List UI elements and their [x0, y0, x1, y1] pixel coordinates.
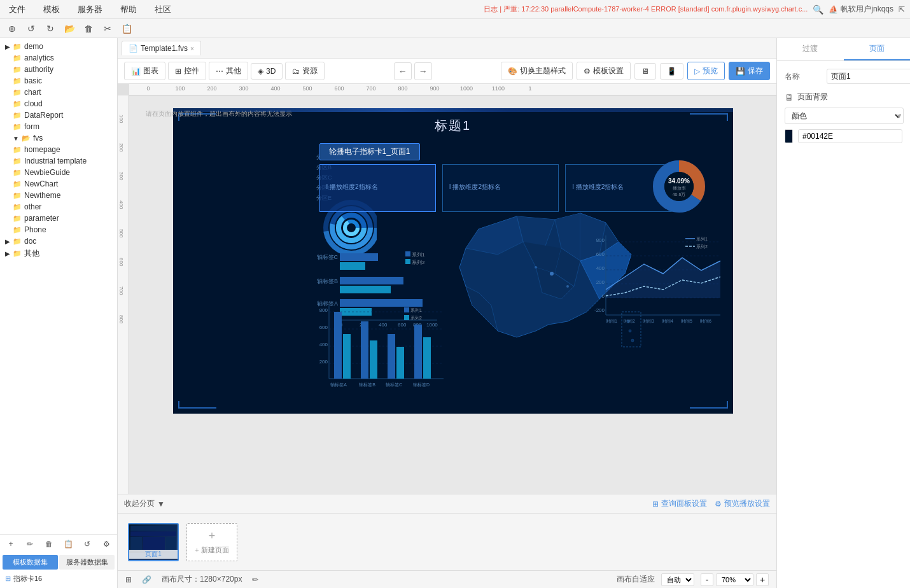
redo-btn[interactable]: → [414, 62, 432, 80]
threed-tool-btn[interactable]: ◈ 3D [251, 63, 283, 80]
tree-item-chart[interactable]: 📁 chart [0, 87, 117, 98]
tree-item-other-root[interactable]: ▶ 📁 其他 [0, 247, 117, 260]
folder-icon: 📁 [13, 111, 22, 120]
tree-item-industrial[interactable]: 📁 Industrial template [0, 155, 117, 167]
folder-icon: 📁 [13, 192, 22, 200]
tab-transition[interactable]: 过渡 [777, 38, 844, 60]
svg-point-41 [550, 272, 554, 276]
tree-item-newtheme[interactable]: 📁 Newtheme [0, 190, 117, 201]
edit-canvas-btn[interactable]: ✏ [252, 575, 258, 584]
bg-type-select[interactable]: 颜色 图片 无 [785, 108, 904, 124]
name-input[interactable] [827, 69, 910, 84]
preview-settings-link[interactable]: ⚙ 预览播放设置 [715, 498, 770, 509]
cut-btn[interactable]: ✂ [99, 22, 116, 36]
refresh-btn[interactable]: ↺ [23, 22, 39, 36]
tree-item-form[interactable]: 📁 form [0, 121, 117, 132]
save-btn[interactable]: 💾 保存 [729, 62, 770, 80]
undo-top-btn[interactable]: ↻ [42, 22, 59, 36]
control-tool-btn[interactable]: ⊞ 控件 [168, 62, 206, 80]
tree-item-datareport[interactable]: 📁 DataReport [0, 109, 117, 121]
tree-item-authority[interactable]: 📁 authority [0, 64, 117, 75]
settings-dataset-btn[interactable]: ⚙ [98, 537, 115, 551]
delete-btn[interactable]: 🗑 [80, 22, 97, 36]
menu-help[interactable]: 帮助 [116, 1, 141, 18]
tab-card[interactable]: 轮播电子指标卡1_页面1 [319, 143, 420, 160]
copy-dataset-btn[interactable]: 📋 [60, 537, 76, 551]
tab-server-dataset[interactable]: 服务器数据集 [59, 555, 115, 570]
tree-item-doc[interactable]: ▶ 📁 doc [0, 235, 117, 247]
svg-rect-25 [340, 277, 403, 284]
chevron-down-icon: ▼ [13, 135, 19, 142]
zoom-in-btn[interactable]: + [756, 573, 769, 586]
tree-item-cloud[interactable]: 📁 cloud [0, 98, 117, 109]
tree-item-other[interactable]: 📁 other [0, 201, 117, 213]
svg-rect-24 [340, 253, 378, 261]
expand-icon[interactable]: ⇱ [899, 5, 905, 14]
line-chart[interactable]: 800 600 400 200 0 -200 [587, 232, 727, 334]
zoom-select[interactable]: 70% 50% 100% [716, 573, 753, 586]
chart-tool-btn[interactable]: 📊 图表 [124, 62, 165, 80]
chevron-right-icon: ▶ [5, 43, 10, 50]
theme-switch-btn[interactable]: 🎨 切换主题样式 [501, 62, 573, 80]
add-page-btn[interactable]: + + 新建页面 [186, 523, 237, 561]
query-settings-link[interactable]: ⊞ 查询面板设置 [652, 498, 707, 509]
tree-item-homepage[interactable]: 📁 homepage [0, 144, 117, 155]
ruler-vertical: 100 200 300 400 500 600 700 800 [118, 95, 129, 494]
tree-item-label: Phone [24, 225, 46, 234]
bg-color-swatch[interactable] [785, 129, 793, 143]
layers-icon[interactable]: ⊞ [125, 575, 132, 584]
metric-card-0[interactable]: I 播放维度2指标名 [319, 164, 436, 212]
corner-deco-bl [178, 401, 216, 409]
undo-btn[interactable]: ← [394, 62, 412, 80]
sidebar-action-bar: + ✏ 🗑 📋 ↺ ⚙ [3, 537, 115, 551]
file-icon: 📄 [129, 44, 138, 53]
tree-item-fvs[interactable]: ▼ 📂 fvs [0, 132, 117, 144]
svg-text:34.09%: 34.09% [668, 178, 690, 185]
desktop-device-btn[interactable]: 🖥 [634, 63, 656, 80]
menu-template[interactable]: 模板 [39, 1, 64, 18]
bg-color-input[interactable] [798, 129, 902, 143]
menu-left: 文件 模板 服务器 帮助 社区 [5, 1, 175, 18]
tree-item-demo[interactable]: ▶ 📁 demo [0, 41, 117, 52]
link-icon[interactable]: 🔗 [142, 575, 151, 584]
tree-item-parameter[interactable]: 📁 parameter [0, 213, 117, 224]
zoom-out-btn[interactable]: - [701, 573, 713, 586]
tab-page[interactable]: 页面 [844, 38, 911, 60]
query-settings-label: 查询面板设置 [661, 498, 707, 509]
menu-server[interactable]: 服务器 [74, 1, 106, 18]
canvas-wrapper[interactable]: 0 100 200 300 400 500 600 700 800 900 10… [118, 84, 776, 494]
resource-tool-btn[interactable]: 🗂 资源 [285, 62, 325, 80]
menu-file[interactable]: 文件 [5, 1, 29, 18]
file-tab-template1[interactable]: 📄 Template1.fvs × [122, 41, 201, 55]
corner-deco-tl [178, 113, 216, 121]
dashboard-canvas[interactable]: 标题1 分区A 分区B 分区C 分区D 分区E [173, 108, 733, 414]
other-tool-btn[interactable]: ⋯ 其他 [209, 62, 248, 80]
mobile-device-btn[interactable]: 📱 [660, 63, 683, 80]
new-btn[interactable]: ⊕ [4, 22, 20, 36]
tree-item-basic[interactable]: 📁 basic [0, 75, 117, 87]
plus-icon: + [209, 529, 216, 543]
fit-select[interactable]: 自动 固定 全屏 [661, 573, 694, 586]
search-icon[interactable]: 🔍 [813, 4, 823, 15]
add-dataset-btn[interactable]: + [3, 537, 19, 551]
menu-community[interactable]: 社区 [151, 1, 175, 18]
dataset-item-indicator[interactable]: ⊞ 指标卡16 [3, 572, 115, 585]
edit-dataset-btn[interactable]: ✏ [22, 537, 38, 551]
tree-item-newbieguide[interactable]: 📁 NewbieGuide [0, 167, 117, 178]
collapse-pages-btn[interactable]: 收起分页 ▼ [124, 498, 165, 509]
tab-close-btn[interactable]: × [190, 45, 194, 52]
tab-template-dataset[interactable]: 模板数据集 [3, 555, 58, 570]
delete-dataset-btn[interactable]: 🗑 [41, 537, 57, 551]
refresh-dataset-btn[interactable]: ↺ [79, 537, 95, 551]
copy-btn[interactable]: 📋 [118, 22, 135, 36]
svg-text:600: 600 [319, 325, 328, 330]
template-settings-btn[interactable]: ⚙ 模板设置 [577, 62, 631, 80]
preview-btn[interactable]: ▷ 预览 [687, 62, 725, 80]
tree-item-newchart[interactable]: 📁 NewChart [0, 178, 117, 190]
sidebar-tab-bar: 模板数据集 服务器数据集 [3, 555, 115, 570]
open-btn[interactable]: 📂 [61, 22, 78, 36]
tree-item-phone[interactable]: 📁 Phone [0, 224, 117, 235]
tree-item-analytics[interactable]: 📁 analytics [0, 52, 117, 64]
page-thumb-1[interactable]: 页面1 [128, 523, 179, 561]
column-chart[interactable]: 800 600 400 200 [310, 302, 450, 401]
